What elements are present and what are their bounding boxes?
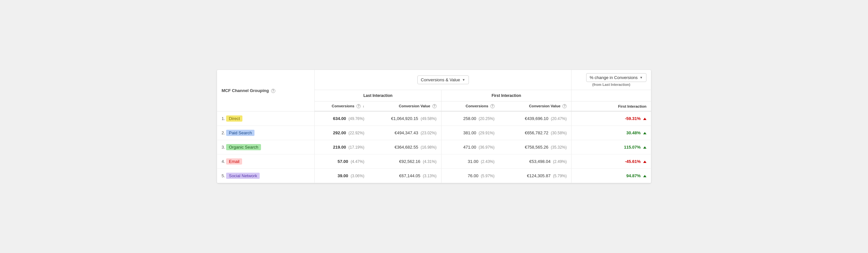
fi-cv-value: €53,498.04 (2.49%) bbox=[499, 154, 571, 169]
arrow-up-icon bbox=[643, 132, 646, 134]
li-cv-value: €67,144.05 (3.13%) bbox=[369, 169, 441, 183]
li-cv-num: €364,682.55 bbox=[395, 145, 418, 150]
cv-dropdown-arrow: ▼ bbox=[462, 78, 465, 82]
fi-conv-value-col-header: Conversion Value ? bbox=[499, 102, 571, 112]
fi-conv-pct: (2.43%) bbox=[481, 159, 495, 164]
fi-conv-pct: (20.25%) bbox=[478, 116, 495, 121]
fi-cv-pct: (20.47%) bbox=[551, 116, 567, 121]
change-text: 94.87% bbox=[626, 173, 641, 178]
cv-dropdown-button[interactable]: Conversions & Value ▼ bbox=[417, 75, 469, 84]
fi-cv-num: €758,565.26 bbox=[525, 145, 548, 150]
change-text: -45.61% bbox=[625, 159, 641, 164]
channel-tag[interactable]: Email bbox=[226, 158, 242, 165]
fi-conv-help-icon[interactable]: ? bbox=[490, 104, 495, 108]
channel-cell: 1. Direct bbox=[217, 111, 315, 125]
fi-cv-value: €439,696.10 (20.47%) bbox=[499, 111, 571, 125]
change-dropdown-arrow: ▼ bbox=[640, 76, 643, 79]
fi-cv-num: €53,498.04 bbox=[529, 159, 551, 164]
li-cv-num: €67,144.05 bbox=[399, 173, 420, 178]
fi-change-col-header: First Interaction bbox=[571, 102, 651, 112]
first-interaction-header: First Interaction bbox=[441, 90, 571, 102]
li-cv-pct: (3.13%) bbox=[423, 174, 437, 178]
mcf-help-icon[interactable]: ? bbox=[271, 89, 275, 93]
table-row: 5. Social Network 39.00 (3.06%) €67,144.… bbox=[217, 169, 651, 183]
channel-tag[interactable]: Social Network bbox=[226, 173, 260, 179]
row-number: 1. bbox=[222, 116, 225, 121]
change-value: -59.31% bbox=[571, 111, 651, 125]
li-cv-value: €1,064,920.15 (49.58%) bbox=[369, 111, 441, 125]
channel-tag[interactable]: Organic Search bbox=[226, 144, 261, 150]
li-cv-value: €364,682.55 (16.98%) bbox=[369, 140, 441, 154]
arrow-down-icon bbox=[643, 118, 646, 120]
li-cv-pct: (16.98%) bbox=[421, 145, 437, 150]
li-conv-pct: (3.06%) bbox=[350, 174, 364, 178]
li-conv-num: 39.00 bbox=[338, 173, 348, 178]
fi-cv-value: €124,305.87 (5.79%) bbox=[499, 169, 571, 183]
li-conv-value: 57.00 (4.47%) bbox=[315, 154, 369, 169]
channel-cell: 3. Organic Search bbox=[217, 140, 315, 154]
change-value: 94.87% bbox=[571, 169, 651, 183]
fi-conv-value: 258.00 (20.25%) bbox=[441, 111, 499, 125]
fi-conv-num: 76.00 bbox=[468, 173, 478, 178]
channel-tag[interactable]: Direct bbox=[226, 115, 242, 122]
analytics-card: MCF Channel Grouping ? Conversions & Val… bbox=[217, 70, 651, 183]
li-cv-pct: (4.31%) bbox=[423, 159, 437, 164]
change-value: 30.48% bbox=[571, 125, 651, 140]
li-conv-num: 634.00 bbox=[333, 116, 346, 121]
change-text: 30.48% bbox=[626, 131, 641, 135]
li-conv-num: 292.00 bbox=[333, 131, 346, 135]
row-number: 2. bbox=[222, 131, 225, 135]
li-cv-num: €92,562.16 bbox=[399, 159, 420, 164]
change-dropdown-button[interactable]: % change in Conversions ▼ bbox=[586, 73, 646, 82]
fi-cv-num: €656,782.72 bbox=[525, 131, 548, 135]
li-conv-value: 219.00 (17.19%) bbox=[315, 140, 369, 154]
fi-conv-value: 76.00 (5.97%) bbox=[441, 169, 499, 183]
fi-cv-pct: (2.49%) bbox=[553, 159, 567, 164]
li-cv-value: €92,562.16 (4.31%) bbox=[369, 154, 441, 169]
table-row: 2. Paid Search 292.00 (22.92%) €494,347.… bbox=[217, 125, 651, 140]
fi-cv-help-icon[interactable]: ? bbox=[562, 104, 567, 108]
li-conv-pct: (4.47%) bbox=[350, 159, 364, 164]
table-row: 3. Organic Search 219.00 (17.19%) €364,6… bbox=[217, 140, 651, 154]
fi-conv-pct: (29.91%) bbox=[478, 131, 495, 135]
li-conv-num: 219.00 bbox=[333, 145, 346, 150]
fi-conv-pct: (5.97%) bbox=[481, 174, 495, 178]
fi-conv-pct: (36.97%) bbox=[478, 145, 495, 150]
li-cv-num: €494,347.43 bbox=[395, 131, 418, 135]
channel-cell: 4. Email bbox=[217, 154, 315, 169]
fi-conv-value: 471.00 (36.97%) bbox=[441, 140, 499, 154]
li-cv-pct: (49.58%) bbox=[421, 116, 437, 121]
li-cv-pct: (23.02%) bbox=[421, 131, 437, 135]
li-cv-num: €1,064,920.15 bbox=[391, 116, 418, 121]
li-conv-value-col-header: Conversion Value ? bbox=[369, 102, 441, 112]
last-interaction-header: Last Interaction bbox=[315, 90, 441, 102]
fi-cv-pct: (5.79%) bbox=[553, 174, 567, 178]
arrow-down-icon bbox=[643, 160, 646, 163]
change-value: -45.61% bbox=[571, 154, 651, 169]
change-text: 115.07% bbox=[624, 145, 641, 150]
row-number: 5. bbox=[222, 173, 225, 178]
arrow-up-icon bbox=[643, 175, 646, 177]
mcf-channel-label: MCF Channel Grouping ? bbox=[217, 70, 315, 111]
li-conv-pct: (17.19%) bbox=[348, 145, 364, 150]
fi-cv-num: €439,696.10 bbox=[525, 116, 548, 121]
fi-conv-num: 381.00 bbox=[463, 131, 476, 135]
change-section-header bbox=[571, 90, 651, 102]
fi-cv-pct: (30.58%) bbox=[551, 131, 567, 135]
fi-cv-value: €758,565.26 (35.32%) bbox=[499, 140, 571, 154]
li-conv-value: 292.00 (22.92%) bbox=[315, 125, 369, 140]
li-cv-help-icon[interactable]: ? bbox=[432, 104, 437, 108]
fi-conv-num: 471.00 bbox=[463, 145, 476, 150]
row-number: 3. bbox=[222, 145, 225, 150]
channel-tag[interactable]: Paid Search bbox=[226, 130, 254, 136]
fi-cv-num: €124,305.87 bbox=[527, 173, 550, 178]
change-text: -59.31% bbox=[625, 116, 641, 121]
channel-cell: 2. Paid Search bbox=[217, 125, 315, 140]
li-conv-pct: (22.92%) bbox=[348, 131, 364, 135]
fi-conv-value: 381.00 (29.91%) bbox=[441, 125, 499, 140]
li-conv-value: 634.00 (49.76%) bbox=[315, 111, 369, 125]
change-value: 115.07% bbox=[571, 140, 651, 154]
li-conv-help-icon[interactable]: ? bbox=[356, 104, 361, 108]
li-cv-value: €494,347.43 (23.02%) bbox=[369, 125, 441, 140]
sort-desc-icon: ↓ bbox=[363, 104, 364, 108]
